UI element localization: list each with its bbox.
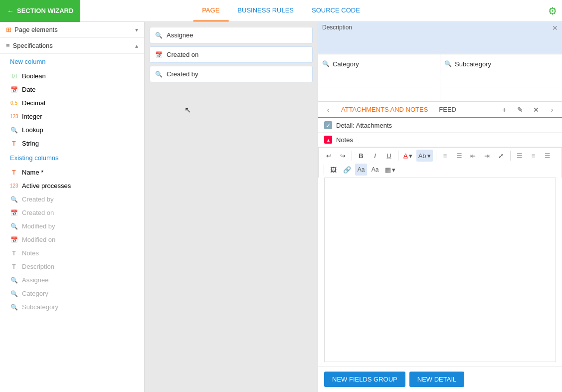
insert-link-button[interactable]: 🔗 (341, 164, 353, 176)
field-card-assignee[interactable]: 🔍 Assignee (150, 27, 313, 43)
decrease-indent-button[interactable]: ⇤ (467, 150, 479, 162)
tab-business-rules[interactable]: BUSINESS RULES (228, 0, 303, 21)
lookup-icon-card2: 🔍 (155, 71, 163, 78)
chevron-right-icon[interactable]: › (547, 104, 557, 116)
settings-icon[interactable]: ⚙ (548, 5, 557, 17)
lookup-icon: 🔍 (10, 127, 18, 134)
sidebar-item-name[interactable]: T Name * (0, 166, 144, 179)
calendar-icon-card: 📅 (155, 51, 163, 58)
lookup-icon-assignee: 🔍 (10, 277, 18, 284)
chevron-left-icon[interactable]: ‹ (323, 104, 333, 116)
toolbar-divider-3 (436, 151, 436, 161)
ordered-list-button[interactable]: ≡ (439, 150, 451, 162)
section-wizard-button[interactable]: ← SECTION WIZARD (0, 0, 80, 22)
main-area: ⊞ Page elements ▾ ≡ Specifications ▴ New… (0, 22, 562, 392)
text-format2-button[interactable]: Aa (369, 164, 381, 176)
list-icon: ≡ (6, 42, 10, 49)
sidebar-item-lookup[interactable]: 🔍 Lookup (0, 123, 144, 137)
undo-button[interactable]: ↩ (323, 150, 335, 162)
sidebar-item-string[interactable]: T String (0, 137, 144, 150)
sidebar-item-active-processes[interactable]: 123 Active processes (0, 179, 144, 193)
rich-text-editor[interactable] (324, 178, 556, 362)
highlight-dropdown[interactable]: Ab ▾ (416, 150, 433, 162)
font-color-chevron: ▾ (409, 152, 412, 160)
rp-cell-subcategory[interactable]: 🔍 Subcategory (440, 54, 562, 73)
lookup-icon-subcat: 🔍 (444, 60, 452, 67)
rp-row-cell (318, 87, 440, 101)
center-fields-area: 🔍 Assignee 📅 Created on 🔍 Created by (145, 22, 318, 90)
sidebar-item-decimal[interactable]: 0.5 Decimal (0, 96, 144, 110)
lookup-icon-card: 🔍 (155, 32, 163, 39)
table-dropdown[interactable]: ▦ ▾ (383, 164, 397, 176)
sidebar-item-date[interactable]: 📅 Date (0, 83, 144, 96)
sidebar-item-boolean[interactable]: ☑ Boolean (0, 69, 144, 83)
italic-button[interactable]: I (369, 150, 381, 162)
rp-cell-category[interactable]: 🔍 Category (318, 54, 440, 73)
toolbar-divider-1 (352, 151, 352, 161)
add-icon[interactable]: + (498, 104, 510, 116)
font-color-dropdown[interactable]: A ▾ (401, 150, 414, 162)
string-icon-name: T (10, 169, 18, 176)
tab-attachments-notes[interactable]: ATTACHMENTS AND NOTES (338, 102, 431, 118)
sidebar-item-subcategory[interactable]: 🔍 Subcategory (0, 300, 144, 314)
sidebar-page-elements[interactable]: ⊞ Page elements ▾ (0, 22, 144, 38)
close-icon[interactable]: ✕ (530, 104, 542, 116)
sidebar-item-modified-by[interactable]: 🔍 Modified by (0, 219, 144, 233)
text-format-button[interactable]: Aa (355, 164, 367, 176)
new-detail-button[interactable]: NEW DETAIL (409, 372, 465, 387)
insert-image-button[interactable]: 🖼 (327, 164, 339, 176)
integer-icon: 123 (10, 114, 18, 119)
tab-page[interactable]: PAGE (193, 0, 228, 21)
cursor-indicator: ↖ (185, 105, 191, 115)
sidebar-item-modified-on[interactable]: 📅 Modified on (0, 233, 144, 246)
detail-attachments-checkbox[interactable]: ✓ (324, 121, 332, 129)
bold-button[interactable]: B (355, 150, 367, 162)
rp-description-area: Description ✕ (318, 22, 562, 54)
existing-columns-label: Existing columns (0, 150, 144, 166)
expand-button[interactable]: ⤢ (495, 150, 507, 162)
sidebar-specifications[interactable]: ≡ Specifications ▴ (0, 38, 144, 54)
detail-notes-row: ▴ Notes (318, 133, 562, 147)
sidebar-item-created-by[interactable]: 🔍 Created by (0, 193, 144, 206)
sidebar-item-category[interactable]: 🔍 Category (0, 287, 144, 300)
redo-button[interactable]: ↪ (337, 150, 349, 162)
specifications-label: Specifications (13, 42, 135, 49)
sidebar-item-integer[interactable]: 123 Integer (0, 110, 144, 123)
description-label: Description (322, 24, 352, 31)
table-icon: ▦ (385, 166, 391, 174)
unordered-list-button[interactable]: ☰ (453, 150, 465, 162)
rp-row-cell (318, 73, 440, 87)
field-card-created-by[interactable]: 🔍 Created by (150, 66, 313, 82)
font-color-label: A (403, 152, 408, 160)
underline-button[interactable]: U (383, 150, 395, 162)
string-icon-description: T (10, 263, 18, 270)
rp-col-left (318, 73, 440, 101)
string-icon-notes: T (10, 250, 18, 257)
highlight-chevron: ▾ (427, 152, 431, 160)
rp-grid-empty-rows (318, 73, 562, 101)
close-description-icon[interactable]: ✕ (552, 24, 558, 32)
chevron-down-icon: ▾ (135, 26, 138, 33)
align-center-button[interactable]: ≡ (528, 150, 540, 162)
sidebar-item-notes[interactable]: T Notes (0, 246, 144, 260)
calendar-icon-modified-on: 📅 (10, 236, 18, 243)
increase-indent-button[interactable]: ⇥ (481, 150, 493, 162)
sidebar: ⊞ Page elements ▾ ≡ Specifications ▴ New… (0, 22, 145, 392)
edit-icon[interactable]: ✎ (514, 104, 526, 116)
sidebar-item-assignee[interactable]: 🔍 Assignee (0, 273, 144, 287)
center-canvas: 🔍 Assignee 📅 Created on 🔍 Created by ↖ (145, 22, 318, 392)
rp-bottom-panel: ‹ ATTACHMENTS AND NOTES FEED + ✎ ✕ › ✓ D… (318, 102, 562, 392)
lookup-icon-category: 🔍 (10, 290, 18, 297)
align-left-button[interactable]: ☰ (514, 150, 526, 162)
field-card-created-on[interactable]: 📅 Created on (150, 46, 313, 63)
rich-text-toolbar: ↩ ↪ B I U A ▾ Ab ▾ ≡ ☰ ⇤ ⇥ (318, 147, 562, 178)
rp-footer: NEW FIELDS GROUP NEW DETAIL (318, 366, 562, 392)
new-fields-group-button[interactable]: NEW FIELDS GROUP (324, 372, 405, 387)
sidebar-item-description[interactable]: T Description (0, 260, 144, 273)
rp-col-right (440, 73, 562, 101)
align-right-button[interactable]: ☰ (542, 150, 554, 162)
tab-feed[interactable]: FEED (436, 102, 459, 118)
tab-source-code[interactable]: SOURCE CODE (303, 0, 369, 21)
sidebar-item-created-on[interactable]: 📅 Created on (0, 206, 144, 219)
detail-notes-expand[interactable]: ▴ (324, 136, 332, 144)
